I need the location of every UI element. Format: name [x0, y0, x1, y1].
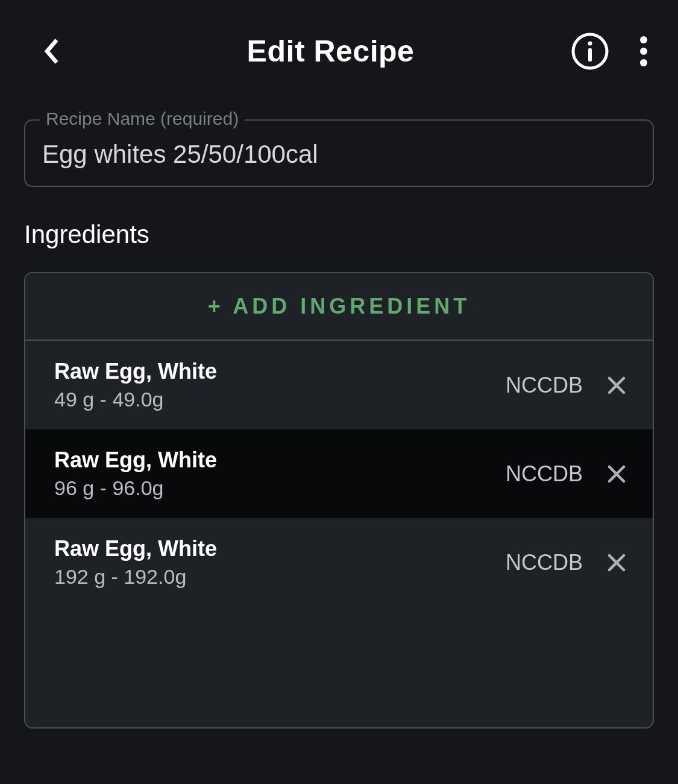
- ingredient-info: Raw Egg, White 49 g - 49.0g: [54, 359, 217, 411]
- info-icon: [571, 32, 609, 71]
- ingredient-quantity: 192 g - 192.0g: [54, 565, 217, 589]
- ingredient-info: Raw Egg, White 96 g - 96.0g: [54, 447, 217, 500]
- ingredient-row[interactable]: Raw Egg, White 192 g - 192.0g NCCDB: [25, 518, 653, 607]
- ingredient-row[interactable]: Raw Egg, White 96 g - 96.0g NCCDB: [25, 429, 653, 518]
- info-button[interactable]: [571, 32, 609, 71]
- ingredient-info: Raw Egg, White 192 g - 192.0g: [54, 536, 217, 589]
- header-right: [571, 32, 648, 71]
- recipe-name-label: Recipe Name (required): [40, 109, 245, 129]
- ingredient-quantity: 49 g - 49.0g: [54, 388, 217, 411]
- svg-point-4: [640, 48, 647, 55]
- svg-point-1: [588, 42, 592, 46]
- content: Recipe Name (required) Ingredients + ADD…: [0, 119, 678, 729]
- ingredient-name: Raw Egg, White: [54, 359, 217, 384]
- more-vertical-icon: [639, 36, 648, 67]
- recipe-name-input[interactable]: [42, 140, 636, 169]
- ingredient-quantity: 96 g - 96.0g: [54, 476, 217, 500]
- remove-ingredient-button[interactable]: [607, 553, 626, 572]
- close-icon: [607, 376, 626, 395]
- add-ingredient-button[interactable]: + ADD INGREDIENT: [25, 273, 653, 341]
- ingredient-right: NCCDB: [506, 373, 626, 398]
- ingredients-heading: Ingredients: [24, 220, 654, 249]
- page-title: Edit Recipe: [90, 34, 571, 69]
- header: Edit Recipe: [0, 0, 678, 103]
- ingredients-box: + ADD INGREDIENT Raw Egg, White 49 g - 4…: [24, 272, 654, 729]
- back-button[interactable]: [42, 37, 61, 66]
- ingredient-name: Raw Egg, White: [54, 447, 217, 473]
- ingredient-row[interactable]: Raw Egg, White 49 g - 49.0g NCCDB: [25, 341, 653, 429]
- close-icon: [607, 553, 626, 572]
- ingredient-right: NCCDB: [506, 550, 626, 575]
- ingredient-name: Raw Egg, White: [54, 536, 217, 561]
- svg-point-3: [640, 36, 647, 43]
- ingredient-source: NCCDB: [506, 373, 583, 398]
- remove-ingredient-button[interactable]: [607, 464, 626, 484]
- recipe-name-field-wrapper: Recipe Name (required): [24, 119, 654, 187]
- svg-rect-2: [588, 48, 592, 62]
- remove-ingredient-button[interactable]: [607, 376, 626, 395]
- ingredients-empty-area: [25, 607, 653, 727]
- svg-point-5: [640, 59, 647, 66]
- more-options-button[interactable]: [639, 36, 648, 67]
- chevron-left-icon: [42, 37, 61, 66]
- ingredient-source: NCCDB: [506, 461, 583, 487]
- header-left: [42, 37, 90, 66]
- close-icon: [607, 464, 626, 484]
- ingredient-right: NCCDB: [506, 461, 626, 487]
- ingredient-source: NCCDB: [506, 550, 583, 575]
